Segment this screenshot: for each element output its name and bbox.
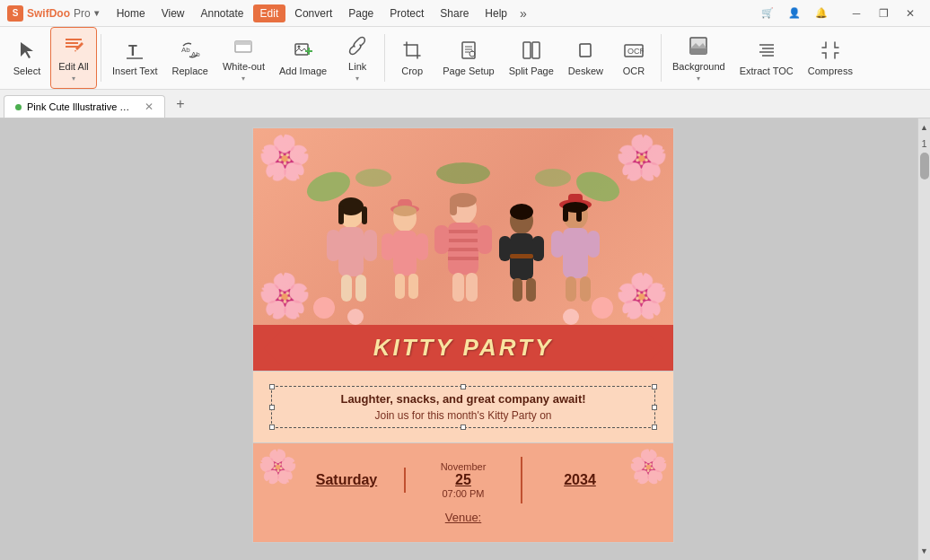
deskew-label: Deskew <box>568 66 603 77</box>
svg-rect-56 <box>448 248 478 251</box>
menu-more[interactable]: » <box>516 4 531 22</box>
tool-link[interactable]: Link ▾ <box>334 27 381 89</box>
window-controls: ─ ❐ ✕ <box>844 4 923 22</box>
scroll-thumb[interactable] <box>920 153 929 179</box>
tab-document[interactable]: Pink Cute Illustrative Kitty ...pdf ✕ <box>4 95 165 118</box>
bell-icon[interactable]: 🔔 <box>810 4 833 22</box>
minimize-button[interactable]: ─ <box>844 4 869 22</box>
svg-point-31 <box>436 162 490 184</box>
menu-edit[interactable]: Edit <box>253 4 286 22</box>
select-label: Select <box>13 66 41 77</box>
tool-extract-toc[interactable]: Extract TOC <box>733 27 801 89</box>
app-logo[interactable]: S SwifDooPro ▾ <box>7 5 99 22</box>
svg-rect-73 <box>563 228 588 278</box>
sep-1 <box>101 34 101 82</box>
svg-rect-9 <box>295 44 308 55</box>
tool-white-out[interactable]: White-out ▾ <box>215 27 272 89</box>
deskew-icon <box>573 38 598 63</box>
svg-rect-70 <box>513 278 522 302</box>
svg-rect-54 <box>448 230 478 233</box>
tool-edit-all[interactable]: Edit All ▾ <box>50 27 97 89</box>
floral-date-left: 🌸 <box>258 448 298 486</box>
svg-point-33 <box>535 169 571 187</box>
tool-add-image[interactable]: Add Image <box>272 27 334 89</box>
handle-top-mid[interactable] <box>461 384 466 389</box>
svg-rect-45 <box>382 233 394 260</box>
menu-protect[interactable]: Protect <box>382 4 431 22</box>
svg-rect-17 <box>523 42 531 58</box>
tool-page-setup[interactable]: Page Setup <box>435 27 502 89</box>
pdf-date-section: 🌸 🌸 Saturday November 25 07:00 PM 2034 V… <box>252 443 674 543</box>
tool-crop[interactable]: Crop <box>389 27 435 89</box>
svg-point-49 <box>393 206 417 216</box>
tool-deskew[interactable]: Deskew <box>561 27 610 89</box>
menu-annotate[interactable]: Annotate <box>194 4 251 22</box>
white-out-label: White-out <box>223 61 265 73</box>
svg-rect-1 <box>66 42 78 44</box>
svg-point-68 <box>510 204 533 220</box>
svg-rect-19 <box>580 44 592 57</box>
date-weekday: Saturday <box>294 472 399 488</box>
text-selection-box: Laughter, snacks, and great company awai… <box>271 386 655 428</box>
handle-bottom-right[interactable] <box>652 424 657 430</box>
date-weekday-col: Saturday <box>289 468 406 493</box>
scroll-up-button[interactable]: ▲ <box>918 118 931 136</box>
menu-help[interactable]: Help <box>478 4 514 22</box>
svg-rect-58 <box>434 225 449 254</box>
page-setup-icon <box>456 38 481 63</box>
svg-rect-20 <box>580 44 591 57</box>
sep-2 <box>384 34 385 82</box>
tool-select[interactable]: Select <box>4 27 50 89</box>
tab-label: Pink Cute Illustrative Kitty ...pdf <box>27 101 136 112</box>
app-dropdown-icon[interactable]: ▾ <box>94 8 99 18</box>
background-label: Background <box>672 61 725 73</box>
tool-insert-text[interactable]: T Insert Text <box>105 27 165 89</box>
tool-replace[interactable]: AbAb Replace <box>165 27 215 89</box>
tool-split-page[interactable]: Split Page <box>502 27 561 89</box>
tool-background[interactable]: Background ▾ <box>665 27 733 89</box>
handle-mid-left[interactable] <box>269 405 275 410</box>
split-page-label: Split Page <box>509 66 554 77</box>
date-grid: Saturday November 25 07:00 PM 2034 <box>253 457 673 503</box>
handle-mid-right[interactable] <box>652 405 657 410</box>
svg-text:OCR: OCR <box>627 47 644 56</box>
tab-close-button[interactable]: ✕ <box>145 101 154 113</box>
menu-share[interactable]: Share <box>433 4 476 22</box>
user-icon[interactable]: 👤 <box>783 4 806 22</box>
scroll-down-button[interactable]: ▼ <box>918 542 931 560</box>
svg-point-85 <box>347 309 364 325</box>
svg-rect-66 <box>499 236 511 261</box>
handle-bottom-mid[interactable] <box>461 424 466 430</box>
date-year-col: 2034 <box>522 468 637 493</box>
floral-date-right: 🌸 <box>628 448 669 486</box>
menu-page[interactable]: Page <box>341 4 381 22</box>
replace-icon: AbAb <box>178 38 203 63</box>
date-month-day-col: November 25 07:00 PM <box>406 457 522 503</box>
crop-label: Crop <box>401 66 423 77</box>
svg-point-83 <box>313 297 335 319</box>
svg-text:Ab: Ab <box>191 50 200 58</box>
restore-button[interactable]: ❐ <box>871 4 896 22</box>
handle-top-right[interactable] <box>652 384 657 389</box>
floral-top-right: 🌸 <box>615 133 669 183</box>
tab-add-button[interactable]: + <box>169 92 192 116</box>
svg-rect-37 <box>364 230 377 261</box>
link-label: Link <box>348 61 366 73</box>
compress-label: Compress <box>808 66 853 77</box>
cart-icon[interactable]: 🛒 <box>756 4 779 22</box>
svg-rect-57 <box>448 257 478 260</box>
close-button[interactable]: ✕ <box>898 4 923 22</box>
handle-bottom-left[interactable] <box>269 424 275 430</box>
menu-convert[interactable]: Convert <box>287 4 339 22</box>
edit-all-arrow: ▾ <box>72 74 75 83</box>
tool-compress[interactable]: Compress <box>801 27 860 89</box>
menu-home[interactable]: Home <box>110 4 153 22</box>
ocr-label: OCR <box>623 66 645 77</box>
invite-text-line2: Join us for this month's Kitty Party on <box>281 409 645 422</box>
svg-rect-35 <box>338 227 364 276</box>
svg-rect-67 <box>532 236 544 261</box>
background-arrow: ▾ <box>697 74 700 83</box>
menu-view[interactable]: View <box>154 4 192 22</box>
handle-top-left[interactable] <box>269 384 275 389</box>
tool-ocr[interactable]: OCR OCR <box>610 27 657 89</box>
